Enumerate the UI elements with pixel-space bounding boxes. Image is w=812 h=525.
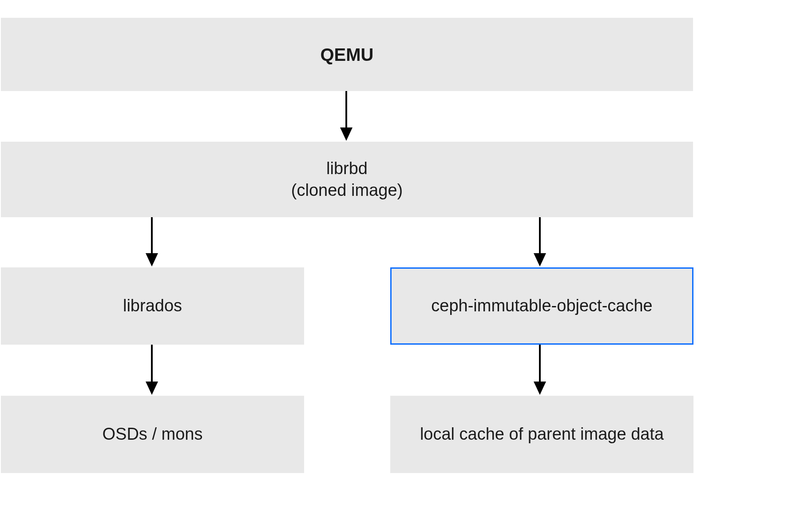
box-osds: OSDs / mons bbox=[1, 396, 304, 473]
svg-marker-9 bbox=[534, 382, 546, 395]
local-cache-label: local cache of parent image data bbox=[420, 423, 664, 445]
librbd-label-1: librbd bbox=[326, 158, 368, 179]
librados-label: librados bbox=[123, 295, 182, 317]
svg-marker-5 bbox=[534, 253, 546, 266]
box-cache-daemon: ceph-immutable-object-cache bbox=[390, 267, 693, 345]
arrow-librados-to-osds bbox=[143, 345, 161, 396]
osds-label: OSDs / mons bbox=[103, 423, 203, 445]
svg-marker-7 bbox=[146, 382, 158, 395]
arrow-librbd-to-librados bbox=[143, 217, 161, 267]
qemu-label: QEMU bbox=[321, 43, 374, 66]
box-librados: librados bbox=[1, 267, 304, 345]
svg-marker-1 bbox=[340, 127, 353, 141]
box-librbd: librbd (cloned image) bbox=[1, 142, 693, 217]
cache-daemon-label: ceph-immutable-object-cache bbox=[431, 295, 652, 317]
arrow-qemu-to-librbd bbox=[337, 91, 355, 142]
arrow-cache-to-localcache bbox=[531, 345, 549, 396]
box-local-cache: local cache of parent image data bbox=[390, 396, 693, 473]
librbd-label-2: (cloned image) bbox=[291, 179, 403, 201]
box-qemu: QEMU bbox=[1, 18, 693, 91]
arrow-librbd-to-cache bbox=[531, 217, 549, 267]
svg-marker-3 bbox=[146, 253, 158, 266]
